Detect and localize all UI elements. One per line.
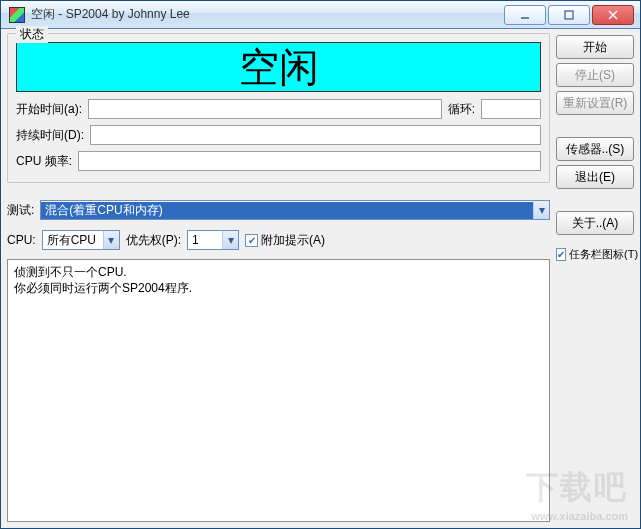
app-window: 空闲 - SP2004 by Johnny Lee 状态 空闲 开始时间(a):… bbox=[0, 0, 641, 529]
app-icon bbox=[9, 7, 25, 23]
priority-combo[interactable]: 1 ▾ bbox=[187, 230, 239, 250]
svg-rect-1 bbox=[565, 11, 573, 19]
close-button[interactable] bbox=[592, 5, 634, 25]
start-time-input[interactable] bbox=[88, 99, 442, 119]
cpu-combo[interactable]: 所有CPU ▾ bbox=[42, 230, 120, 250]
extra-hint-label: 附加提示(A) bbox=[261, 232, 325, 249]
reset-button[interactable]: 重新设置(R) bbox=[556, 91, 634, 115]
cpu-freq-label: CPU 频率: bbox=[16, 153, 72, 170]
chevron-down-icon[interactable]: ▾ bbox=[222, 231, 238, 249]
status-banner: 空闲 bbox=[16, 42, 541, 92]
sensor-button[interactable]: 传感器..(S) bbox=[556, 137, 634, 161]
cpu-freq-input[interactable] bbox=[78, 151, 541, 171]
status-group: 状态 空闲 开始时间(a): 循环: 持续时间(D): CPU 频率: bbox=[7, 33, 550, 183]
log-textarea[interactable]: 侦测到不只一个CPU. 你必须同时运行两个SP2004程序. bbox=[7, 259, 550, 522]
test-label: 测试: bbox=[7, 202, 34, 219]
extra-hint-checkbox[interactable] bbox=[245, 234, 258, 247]
window-title: 空闲 - SP2004 by Johnny Lee bbox=[31, 6, 190, 23]
start-time-label: 开始时间(a): bbox=[16, 101, 82, 118]
chevron-down-icon[interactable]: ▾ bbox=[533, 201, 549, 219]
tray-checkbox[interactable] bbox=[556, 248, 566, 261]
status-group-label: 状态 bbox=[16, 26, 48, 43]
loop-label: 循环: bbox=[448, 101, 475, 118]
client-area: 状态 空闲 开始时间(a): 循环: 持续时间(D): CPU 频率: bbox=[1, 29, 640, 528]
duration-label: 持续时间(D): bbox=[16, 127, 84, 144]
test-combo-text: 混合(着重CPU和内存) bbox=[41, 202, 533, 219]
cpu-row: CPU: 所有CPU ▾ 优先权(P): 1 ▾ 附加提示(A) bbox=[7, 229, 550, 251]
extra-hint-checkbox-wrap[interactable]: 附加提示(A) bbox=[245, 232, 325, 249]
exit-button[interactable]: 退出(E) bbox=[556, 165, 634, 189]
chevron-down-icon[interactable]: ▾ bbox=[103, 231, 119, 249]
left-column: 状态 空闲 开始时间(a): 循环: 持续时间(D): CPU 频率: bbox=[7, 33, 550, 522]
start-button[interactable]: 开始 bbox=[556, 35, 634, 59]
minimize-button[interactable] bbox=[504, 5, 546, 25]
about-button[interactable]: 关于..(A) bbox=[556, 211, 634, 235]
titlebar[interactable]: 空闲 - SP2004 by Johnny Lee bbox=[1, 1, 640, 29]
priority-label: 优先权(P): bbox=[126, 232, 181, 249]
tray-label: 任务栏图标(T) bbox=[569, 247, 638, 262]
priority-combo-text: 1 bbox=[188, 233, 222, 247]
duration-input[interactable] bbox=[90, 125, 541, 145]
test-combo[interactable]: 混合(着重CPU和内存) ▾ bbox=[40, 200, 550, 220]
right-column: 开始 停止(S) 重新设置(R) 传感器..(S) 退出(E) 关于..(A) … bbox=[556, 33, 634, 522]
loop-input[interactable] bbox=[481, 99, 541, 119]
tray-checkbox-wrap[interactable]: 任务栏图标(T) bbox=[556, 247, 634, 262]
cpu-combo-text: 所有CPU bbox=[43, 232, 103, 249]
maximize-button[interactable] bbox=[548, 5, 590, 25]
cpu-label: CPU: bbox=[7, 233, 36, 247]
stop-button[interactable]: 停止(S) bbox=[556, 63, 634, 87]
test-row: 测试: 混合(着重CPU和内存) ▾ bbox=[7, 199, 550, 221]
